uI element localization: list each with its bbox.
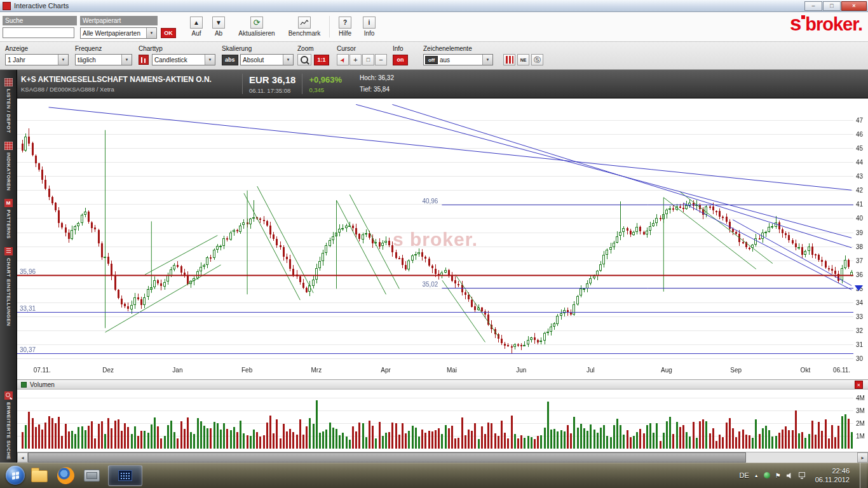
news-icon: NE (520, 58, 527, 62)
generic-app-icon (84, 470, 100, 482)
benchmark-button-label: Benchmark (288, 30, 321, 37)
taskbar-clock[interactable]: 22:46 06.11.2012 (815, 466, 850, 485)
logo-dot-icon (801, 15, 805, 19)
chart-area[interactable]: s broker. (17, 98, 868, 379)
sidebar-item-patterns[interactable]: M PATTERNS (4, 196, 13, 239)
indicators-grid-icon (4, 142, 13, 150)
zoom-magnifier-button[interactable] (297, 54, 311, 65)
dropdown-arrow-icon[interactable]: ▼ (283, 55, 293, 65)
cursor-box-button[interactable]: □ (362, 54, 374, 65)
frequency-value: täglich (76, 57, 121, 64)
sidebar-item-label: ERWEITERTE SUCHE (6, 402, 11, 460)
tray-status-icon[interactable] (764, 472, 770, 478)
security-type-label: Wertpapierart (80, 16, 158, 25)
sidebar-item-chart-einstellungen[interactable]: CHART EINSTELLUNGEN (4, 244, 13, 326)
price-chart-canvas[interactable] (17, 98, 868, 379)
news-tool-button[interactable]: NE (517, 54, 529, 65)
settings-list-icon (4, 247, 13, 255)
security-type-value: Alle Wertpapierarten (81, 30, 146, 37)
change-absolute: 0,345 (309, 86, 342, 93)
display-select[interactable]: 1 Jahr ▼ (5, 54, 69, 65)
cursor-pointer-button[interactable]: ➤ (337, 54, 349, 65)
scroll-down-button[interactable]: ▼ Ab (209, 17, 228, 37)
toolbar-divider (329, 16, 330, 37)
ok-button[interactable]: OK (161, 28, 176, 38)
scroll-right-button[interactable]: ▸ (857, 452, 868, 463)
scroll-left-button[interactable]: ◂ (17, 452, 28, 463)
taskbar-explorer-button[interactable] (28, 464, 51, 487)
scrollbar-track[interactable] (746, 452, 857, 463)
change-percent: +0,963% (309, 75, 342, 85)
settings-tool-button[interactable]: Ⓢ (531, 54, 543, 65)
dropdown-arrow-icon[interactable]: ▼ (121, 55, 132, 65)
windows-flag-icon (12, 471, 19, 480)
info-toggle-label: Info (393, 45, 403, 52)
taskbar-firefox-button[interactable] (54, 464, 77, 487)
dropdown-arrow-icon[interactable]: ▼ (146, 28, 156, 38)
sidebar-item-listen-depot[interactable]: LISTEN / DEPOT (4, 75, 13, 133)
taskbar-active-window-button[interactable] (108, 465, 142, 486)
cursor-minus-button[interactable]: − (375, 54, 387, 65)
info-toggle[interactable]: on (393, 55, 408, 65)
dropdown-arrow-icon[interactable]: ▼ (58, 55, 68, 65)
help-button-label: Hilfe (339, 30, 351, 37)
charttype-select[interactable]: Candlestick ▼ (152, 54, 215, 65)
pointer-icon: ➤ (339, 56, 348, 64)
benchmark-button[interactable]: Benchmark (285, 17, 324, 37)
close-button[interactable]: × (841, 1, 867, 11)
scaling-select[interactable]: Absolut ▼ (240, 54, 294, 65)
tray-expand-icon[interactable]: ▲ (754, 473, 759, 478)
scroll-up-button[interactable]: ▲ Auf (187, 17, 206, 37)
volume-close-button[interactable]: × (855, 381, 863, 389)
language-indicator[interactable]: DE (740, 471, 749, 479)
taskbar: DE ▲ ⚑ 22:46 06.11.2012 (0, 463, 868, 488)
crosshair-icon: + (353, 56, 357, 64)
patterns-icon: M (4, 199, 13, 207)
last-price: EUR 36,18 (249, 74, 295, 85)
security-type-select[interactable]: Alle Wertpapierarten ▼ (80, 27, 157, 39)
dropdown-arrow-icon[interactable]: ▼ (482, 55, 492, 65)
instrument-name: K+S AKTIENGESELLSCHAFT NAMENS-AKTIEN O.N… (21, 75, 236, 84)
scaling-label: Skalierung (222, 45, 252, 52)
cursor-crosshair-button[interactable]: + (349, 54, 362, 65)
drawing-elements-value: aus (438, 57, 482, 64)
taskbar-app-button[interactable] (80, 464, 103, 487)
display-value: 1 Jahr (6, 57, 58, 64)
left-sidebar: LISTEN / DEPOT INDIKATOREN M PATTERNS CH… (0, 70, 17, 463)
scrollbar-thumb[interactable] (28, 452, 746, 463)
tray-flag-icon[interactable]: ⚑ (775, 472, 781, 479)
search-input[interactable] (3, 27, 74, 38)
dropdown-arrow-icon[interactable]: ▼ (205, 55, 215, 65)
refresh-icon: ⟳ (250, 17, 263, 29)
instrument-identifiers: KSAG88 / DE000KSAG888 / Xetra (21, 86, 236, 93)
info-button-label: Info (364, 30, 375, 37)
s-circle-icon: Ⓢ (534, 55, 541, 65)
horizontal-scrollbar[interactable]: ◂ ▸ (17, 452, 868, 463)
zoom-level-badge[interactable]: 1:1 (314, 55, 329, 65)
sidebar-item-erweiterte-suche[interactable]: ERWEITERTE SUCHE (4, 388, 13, 460)
refresh-button[interactable]: ⟳ Aktualisieren (234, 17, 280, 37)
frequency-select[interactable]: täglich ▼ (75, 54, 132, 65)
zoom-label: Zoom (297, 45, 314, 52)
show-desktop-button[interactable] (860, 463, 867, 488)
maximize-button[interactable]: □ (823, 1, 841, 11)
drawing-elements-select[interactable]: off aus ▼ (423, 54, 493, 65)
display-label: Anzeige (5, 45, 28, 52)
volume-chart-canvas[interactable] (17, 390, 868, 452)
sidebar-item-indikatoren[interactable]: INDIKATOREN (4, 139, 13, 191)
day-low: Tief: 35,84 (360, 84, 394, 95)
up-arrow-icon: ▲ (190, 17, 203, 29)
minimize-button[interactable]: – (804, 1, 822, 11)
tray-network-icon[interactable] (798, 472, 806, 479)
start-button[interactable] (6, 466, 25, 485)
window-controls: – □ × (804, 1, 868, 11)
tray-speaker-icon[interactable] (786, 472, 793, 479)
columns-tool-button[interactable] (503, 54, 515, 65)
help-button[interactable]: ? Hilfe (334, 17, 356, 37)
folder-icon (31, 470, 48, 482)
main-toolbar: Suche Wertpapierart Alle Wertpapierarten… (0, 12, 868, 42)
volume-series-icon (21, 382, 27, 388)
cursor-label: Cursor (337, 45, 356, 52)
info-icon: i (363, 17, 376, 29)
info-button[interactable]: i Info (358, 17, 380, 37)
